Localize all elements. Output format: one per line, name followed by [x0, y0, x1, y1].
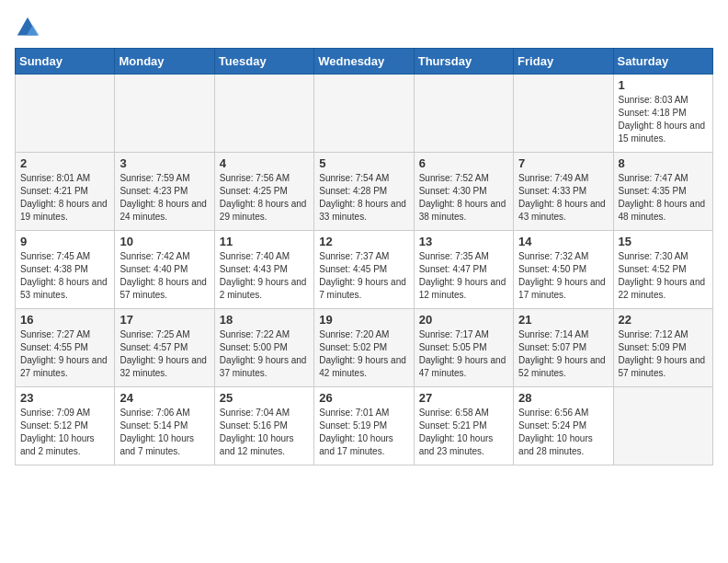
calendar-week-row: 1Sunrise: 8:03 AM Sunset: 4:18 PM Daylig…	[16, 75, 713, 153]
day-number: 21	[518, 313, 608, 327]
day-detail: Sunrise: 7:14 AM Sunset: 5:07 PM Dayligh…	[518, 328, 608, 380]
calendar-cell: 10Sunrise: 7:42 AM Sunset: 4:40 PM Dayli…	[115, 231, 214, 309]
day-number: 11	[220, 235, 309, 248]
calendar-cell: 6Sunrise: 7:52 AM Sunset: 4:30 PM Daylig…	[414, 153, 513, 231]
day-number: 3	[119, 156, 209, 170]
weekday-header-wednesday: Wednesday	[314, 49, 414, 75]
calendar-cell: 24Sunrise: 7:06 AM Sunset: 5:14 PM Dayli…	[115, 387, 214, 465]
day-detail: Sunrise: 7:30 AM Sunset: 4:52 PM Dayligh…	[619, 250, 708, 302]
day-number: 26	[319, 391, 408, 405]
calendar-cell: 26Sunrise: 7:01 AM Sunset: 5:19 PM Dayli…	[314, 387, 414, 465]
day-number: 7	[518, 156, 608, 170]
day-detail: Sunrise: 7:09 AM Sunset: 5:12 PM Dayligh…	[20, 407, 109, 458]
calendar-week-row: 2Sunrise: 8:01 AM Sunset: 4:21 PM Daylig…	[16, 153, 713, 231]
calendar-cell: 19Sunrise: 7:20 AM Sunset: 5:02 PM Dayli…	[314, 309, 414, 387]
day-number: 18	[220, 313, 309, 327]
calendar-cell: 27Sunrise: 6:58 AM Sunset: 5:21 PM Dayli…	[414, 387, 513, 465]
day-detail: Sunrise: 7:45 AM Sunset: 4:38 PM Dayligh…	[20, 250, 109, 302]
day-detail: Sunrise: 7:42 AM Sunset: 4:40 PM Dayligh…	[119, 250, 209, 302]
calendar-cell	[115, 75, 214, 153]
day-number: 25	[220, 391, 309, 405]
day-number: 27	[419, 391, 508, 405]
calendar-cell	[214, 75, 313, 153]
day-detail: Sunrise: 7:20 AM Sunset: 5:02 PM Dayligh…	[319, 328, 408, 380]
day-number: 1	[619, 78, 708, 92]
calendar-cell: 23Sunrise: 7:09 AM Sunset: 5:12 PM Dayli…	[16, 387, 115, 465]
day-detail: Sunrise: 7:01 AM Sunset: 5:19 PM Dayligh…	[319, 407, 408, 458]
calendar-cell: 16Sunrise: 7:27 AM Sunset: 4:55 PM Dayli…	[16, 309, 115, 387]
weekday-header-monday: Monday	[115, 49, 214, 75]
day-number: 24	[119, 391, 209, 405]
day-detail: Sunrise: 7:22 AM Sunset: 5:00 PM Dayligh…	[220, 328, 309, 380]
calendar-cell: 13Sunrise: 7:35 AM Sunset: 4:47 PM Dayli…	[414, 231, 513, 309]
calendar-cell: 18Sunrise: 7:22 AM Sunset: 5:00 PM Dayli…	[214, 309, 313, 387]
day-number: 10	[119, 235, 209, 248]
calendar-cell: 14Sunrise: 7:32 AM Sunset: 4:50 PM Dayli…	[514, 231, 613, 309]
day-number: 6	[419, 156, 508, 170]
day-number: 23	[20, 391, 109, 405]
day-detail: Sunrise: 7:49 AM Sunset: 4:33 PM Dayligh…	[518, 172, 608, 224]
day-detail: Sunrise: 7:40 AM Sunset: 4:43 PM Dayligh…	[220, 250, 309, 302]
day-detail: Sunrise: 7:27 AM Sunset: 4:55 PM Dayligh…	[20, 328, 109, 380]
calendar-cell: 15Sunrise: 7:30 AM Sunset: 4:52 PM Dayli…	[613, 231, 712, 309]
calendar-cell: 5Sunrise: 7:54 AM Sunset: 4:28 PM Daylig…	[314, 153, 414, 231]
day-detail: Sunrise: 7:06 AM Sunset: 5:14 PM Dayligh…	[119, 407, 209, 458]
day-detail: Sunrise: 7:04 AM Sunset: 5:16 PM Dayligh…	[220, 407, 309, 458]
calendar-header-row: SundayMondayTuesdayWednesdayThursdayFrid…	[16, 49, 713, 75]
day-detail: Sunrise: 7:52 AM Sunset: 4:30 PM Dayligh…	[419, 172, 508, 224]
day-number: 8	[619, 156, 708, 170]
calendar-cell	[613, 387, 712, 465]
day-number: 17	[119, 313, 209, 327]
day-number: 14	[518, 235, 608, 248]
calendar-cell: 8Sunrise: 7:47 AM Sunset: 4:35 PM Daylig…	[613, 153, 712, 231]
calendar-week-row: 23Sunrise: 7:09 AM Sunset: 5:12 PM Dayli…	[16, 387, 713, 465]
weekday-header-sunday: Sunday	[16, 49, 115, 75]
day-number: 2	[20, 156, 109, 170]
weekday-header-tuesday: Tuesday	[214, 49, 313, 75]
calendar-cell: 20Sunrise: 7:17 AM Sunset: 5:05 PM Dayli…	[414, 309, 513, 387]
calendar-cell: 28Sunrise: 6:56 AM Sunset: 5:24 PM Dayli…	[514, 387, 613, 465]
day-number: 16	[20, 313, 109, 327]
weekday-header-friday: Friday	[514, 49, 613, 75]
calendar-cell: 1Sunrise: 8:03 AM Sunset: 4:18 PM Daylig…	[613, 75, 712, 153]
logo	[15, 15, 44, 40]
day-detail: Sunrise: 7:54 AM Sunset: 4:28 PM Dayligh…	[319, 172, 408, 224]
page-header	[15, 15, 713, 40]
calendar-week-row: 9Sunrise: 7:45 AM Sunset: 4:38 PM Daylig…	[16, 231, 713, 309]
day-number: 5	[319, 156, 408, 170]
calendar-cell: 17Sunrise: 7:25 AM Sunset: 4:57 PM Dayli…	[115, 309, 214, 387]
calendar-cell: 4Sunrise: 7:56 AM Sunset: 4:25 PM Daylig…	[214, 153, 313, 231]
calendar-table: SundayMondayTuesdayWednesdayThursdayFrid…	[15, 48, 713, 465]
day-detail: Sunrise: 7:25 AM Sunset: 4:57 PM Dayligh…	[119, 328, 209, 380]
calendar-cell: 11Sunrise: 7:40 AM Sunset: 4:43 PM Dayli…	[214, 231, 313, 309]
day-number: 13	[419, 235, 508, 248]
day-detail: Sunrise: 7:56 AM Sunset: 4:25 PM Dayligh…	[220, 172, 309, 224]
calendar-cell	[16, 75, 115, 153]
day-number: 4	[220, 156, 309, 170]
weekday-header-thursday: Thursday	[414, 49, 513, 75]
calendar-cell: 9Sunrise: 7:45 AM Sunset: 4:38 PM Daylig…	[16, 231, 115, 309]
day-detail: Sunrise: 7:35 AM Sunset: 4:47 PM Dayligh…	[419, 250, 508, 302]
day-number: 19	[319, 313, 408, 327]
day-detail: Sunrise: 6:56 AM Sunset: 5:24 PM Dayligh…	[518, 407, 608, 458]
day-detail: Sunrise: 7:32 AM Sunset: 4:50 PM Dayligh…	[518, 250, 608, 302]
day-detail: Sunrise: 7:12 AM Sunset: 5:09 PM Dayligh…	[619, 328, 708, 380]
calendar-cell: 25Sunrise: 7:04 AM Sunset: 5:16 PM Dayli…	[214, 387, 313, 465]
calendar-cell: 3Sunrise: 7:59 AM Sunset: 4:23 PM Daylig…	[115, 153, 214, 231]
calendar-cell: 21Sunrise: 7:14 AM Sunset: 5:07 PM Dayli…	[514, 309, 613, 387]
day-detail: Sunrise: 7:59 AM Sunset: 4:23 PM Dayligh…	[119, 172, 209, 224]
day-detail: Sunrise: 8:01 AM Sunset: 4:21 PM Dayligh…	[20, 172, 109, 224]
day-number: 15	[619, 235, 708, 248]
calendar-cell	[514, 75, 613, 153]
day-detail: Sunrise: 7:37 AM Sunset: 4:45 PM Dayligh…	[319, 250, 408, 302]
day-number: 28	[518, 391, 608, 405]
calendar-cell: 7Sunrise: 7:49 AM Sunset: 4:33 PM Daylig…	[514, 153, 613, 231]
day-detail: Sunrise: 7:47 AM Sunset: 4:35 PM Dayligh…	[619, 172, 708, 224]
logo-icon	[15, 15, 40, 40]
day-detail: Sunrise: 6:58 AM Sunset: 5:21 PM Dayligh…	[419, 407, 508, 458]
day-number: 9	[20, 235, 109, 248]
calendar-cell: 22Sunrise: 7:12 AM Sunset: 5:09 PM Dayli…	[613, 309, 712, 387]
calendar-cell	[314, 75, 414, 153]
calendar-cell	[414, 75, 513, 153]
day-number: 20	[419, 313, 508, 327]
